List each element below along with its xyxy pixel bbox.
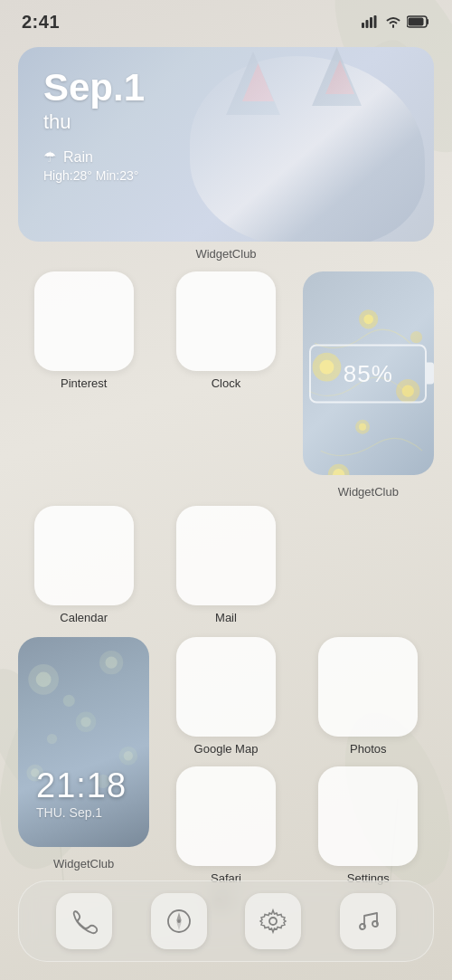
calendar-icon[interactable] <box>34 506 134 605</box>
time-date-sub: THU. Sep.1 <box>36 805 127 820</box>
widget-day: thu <box>43 110 409 134</box>
svg-point-39 <box>63 695 75 707</box>
compass-icon <box>165 907 193 936</box>
status-icons <box>362 15 430 28</box>
calendar-label: Calendar <box>60 611 108 624</box>
svg-rect-10 <box>366 20 369 28</box>
big-widget-content: Sep.1 thu ☂ Rain High:28° Min:23° <box>18 47 434 242</box>
settings-icon[interactable] <box>318 766 418 866</box>
photos-icon[interactable] <box>318 637 418 737</box>
svg-point-26 <box>359 423 366 431</box>
clock-app-item[interactable]: Clock <box>160 271 291 499</box>
dock-compass-button[interactable] <box>151 893 207 949</box>
mail-label: Mail <box>215 611 237 624</box>
pinterest-label: Pinterest <box>61 376 107 390</box>
google-map-label: Google Map <box>194 742 259 756</box>
widget-weather: ☂ Rain High:28° Min:23° <box>43 148 409 183</box>
time-clock: 21:18 <box>36 766 127 805</box>
battery-icon <box>407 15 430 28</box>
svg-rect-12 <box>374 15 377 28</box>
svg-point-27 <box>410 331 422 343</box>
wifi-icon <box>385 15 401 28</box>
svg-point-45 <box>177 919 181 923</box>
app-row-2: Calendar Mail <box>18 506 434 624</box>
battery-percent-display: 85% <box>309 344 427 403</box>
empty-slot <box>303 506 402 624</box>
calendar-app-item[interactable]: Calendar <box>18 506 149 624</box>
weather-temp: High:28° Min:23° <box>43 168 409 183</box>
mail-app-item[interactable]: Mail <box>160 506 291 624</box>
svg-point-34 <box>80 717 90 727</box>
dock-music-button[interactable] <box>340 893 396 949</box>
battery-widget[interactable]: 85% <box>303 271 434 475</box>
time-display: 21:18 THU. Sep.1 <box>36 766 127 820</box>
pinterest-app-item[interactable]: Pinterest <box>18 271 149 499</box>
settings-app-item[interactable]: Settings <box>303 766 434 885</box>
svg-point-40 <box>47 734 57 744</box>
battery-percent-text: 85% <box>344 359 393 387</box>
dock-settings-button[interactable] <box>245 893 301 949</box>
svg-point-48 <box>372 921 378 927</box>
weather-condition-row: ☂ Rain <box>43 148 409 166</box>
status-time: 2:41 <box>22 12 60 33</box>
svg-rect-14 <box>409 18 424 26</box>
weather-label: Rain <box>63 149 93 166</box>
weather-icon: ☂ <box>43 148 56 166</box>
svg-point-46 <box>269 918 277 925</box>
time-widget[interactable]: 21:18 THU. Sep.1 <box>18 637 149 847</box>
google-map-icon[interactable] <box>176 637 276 737</box>
svg-point-47 <box>360 924 365 929</box>
svg-rect-9 <box>362 23 364 28</box>
svg-point-18 <box>363 315 373 325</box>
music-icon <box>353 907 382 936</box>
signal-icon <box>362 15 380 28</box>
battery-frame: 85% <box>309 344 427 403</box>
svg-point-32 <box>106 657 118 669</box>
section-2: 21:18 THU. Sep.1 WidgetClub Google Map P… <box>18 637 434 885</box>
dock-phone-button[interactable] <box>56 893 112 949</box>
status-bar: 2:41 <box>0 0 452 40</box>
safari-app-item[interactable]: Safari <box>160 766 291 885</box>
app-row-1: Pinterest Clock <box>18 271 434 499</box>
big-widget[interactable]: Sep.1 thu ☂ Rain High:28° Min:23° <box>18 47 434 242</box>
main-content: Sep.1 thu ☂ Rain High:28° Min:23° Widget… <box>0 40 452 905</box>
time-widget-item[interactable]: 21:18 THU. Sep.1 WidgetClub <box>18 637 149 885</box>
safari-icon[interactable] <box>176 766 276 866</box>
photos-app-item[interactable]: Photos <box>303 637 434 756</box>
google-map-app-item[interactable]: Google Map <box>160 637 291 756</box>
dock <box>18 880 434 962</box>
widget-date: Sep.1 <box>43 69 409 107</box>
mail-icon[interactable] <box>176 506 276 605</box>
pinterest-icon[interactable] <box>34 271 134 371</box>
svg-point-38 <box>124 751 133 760</box>
widget-club-label-1: WidgetClub <box>18 247 434 261</box>
gear-icon <box>259 907 287 936</box>
photos-label: Photos <box>350 742 386 756</box>
phone-icon <box>70 907 99 936</box>
battery-widget-item[interactable]: 85% WidgetClub <box>303 271 434 499</box>
clock-icon[interactable] <box>176 271 276 371</box>
clock-label: Clock <box>212 376 241 390</box>
battery-widget-label: WidgetClub <box>338 485 399 499</box>
svg-point-30 <box>36 671 52 687</box>
time-widget-label: WidgetClub <box>53 857 114 871</box>
svg-rect-11 <box>370 17 372 28</box>
